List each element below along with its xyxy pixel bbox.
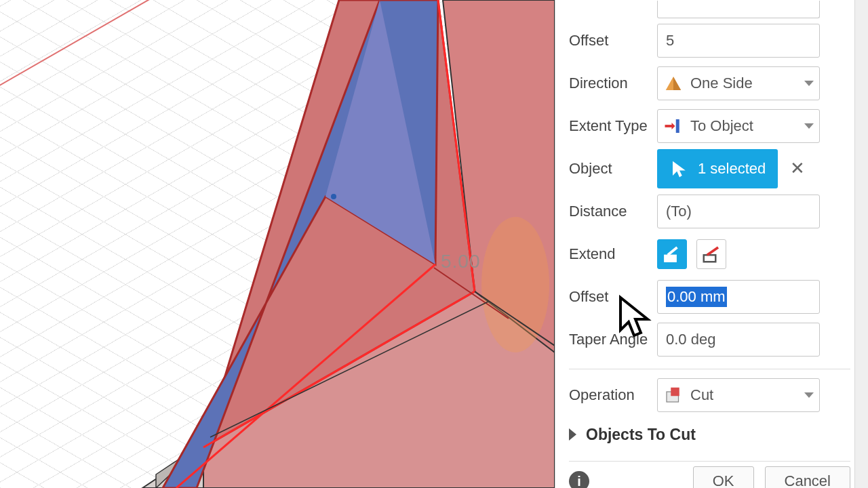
extend-perpendicular-toggle[interactable] xyxy=(657,239,687,269)
distance-input[interactable] xyxy=(657,195,820,228)
direction-value: One Side xyxy=(690,75,753,92)
offset2-value-selected: 0.00 mm xyxy=(666,287,727,307)
operation-label: Operation xyxy=(569,386,657,404)
extend-tangent-icon xyxy=(701,244,722,264)
properties-panel: Offset Direction One Side Extent Type To… xyxy=(555,0,868,488)
svg-rect-17 xyxy=(665,255,677,262)
extend-perp-icon xyxy=(662,244,682,264)
chevron-down-icon xyxy=(804,81,814,86)
svg-line-0 xyxy=(0,0,326,108)
chevron-down-icon xyxy=(804,392,814,398)
direction-dropdown[interactable]: One Side xyxy=(657,66,820,100)
objects-to-cut-expander[interactable]: Objects To Cut xyxy=(569,416,850,453)
distance-label: Distance xyxy=(569,203,657,220)
one-side-icon xyxy=(663,73,684,94)
svg-rect-16 xyxy=(676,119,679,133)
chevron-down-icon xyxy=(804,123,814,129)
object-chip-text: 1 selected xyxy=(698,160,766,178)
direction-label: Direction xyxy=(569,75,657,92)
cursor-icon xyxy=(669,159,690,179)
taper-input[interactable] xyxy=(657,323,820,357)
svg-rect-18 xyxy=(704,255,716,262)
to-object-icon xyxy=(663,116,684,136)
top-cropped-input[interactable] xyxy=(657,1,820,18)
operation-value: Cut xyxy=(690,386,713,404)
panel-scrollbar[interactable] xyxy=(854,0,868,488)
extent-type-value: To Object xyxy=(690,117,753,135)
dimension-label: 5.00 xyxy=(441,251,481,272)
cut-icon xyxy=(663,385,684,405)
expander-label: Objects To Cut xyxy=(586,426,696,444)
object-label: Object xyxy=(569,160,657,178)
taper-label: Taper Angle xyxy=(569,331,657,348)
info-icon[interactable]: i xyxy=(569,471,589,488)
extend-tangent-toggle[interactable] xyxy=(696,239,726,269)
svg-rect-20 xyxy=(671,387,679,396)
extend-label: Extend xyxy=(569,245,657,263)
viewport-3d[interactable]: 5.00 xyxy=(0,0,555,488)
ok-button[interactable]: OK xyxy=(693,466,754,488)
divider xyxy=(569,461,850,462)
svg-point-11 xyxy=(481,217,549,352)
offset1-label: Offset xyxy=(569,32,657,49)
offset1-input[interactable] xyxy=(657,24,820,58)
svg-point-12 xyxy=(331,194,336,199)
extent-type-dropdown[interactable]: To Object xyxy=(657,109,820,143)
offset2-input[interactable]: 0.00 mm xyxy=(657,280,820,314)
object-selection-chip[interactable]: 1 selected xyxy=(657,149,778,188)
expander-triangle-icon xyxy=(569,428,576,441)
clear-selection-button[interactable]: ✕ xyxy=(790,158,805,179)
cancel-button[interactable]: Cancel xyxy=(765,466,850,488)
divider xyxy=(569,369,850,369)
offset2-label: Offset xyxy=(569,288,657,306)
extent-type-label: Extent Type xyxy=(569,117,657,135)
model-geometry xyxy=(0,0,555,488)
operation-dropdown[interactable]: Cut xyxy=(657,378,820,412)
